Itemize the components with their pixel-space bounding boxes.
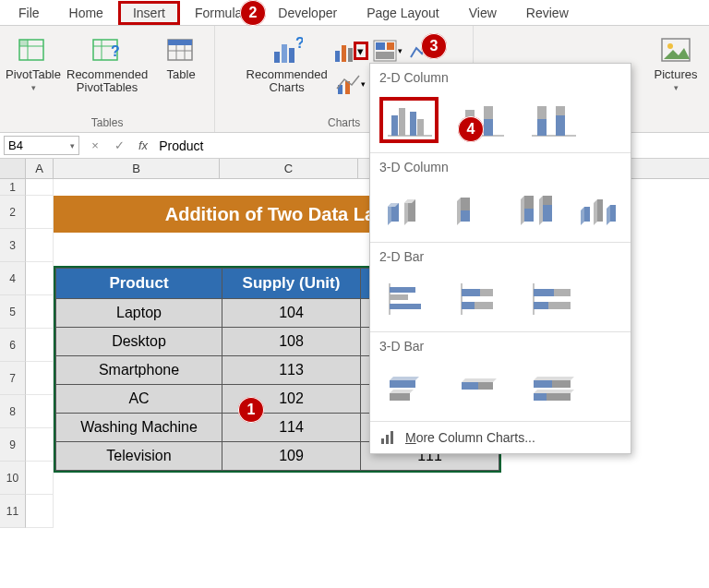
svg-rect-76 [475,302,493,309]
table-button[interactable]: Table [153,35,209,81]
col-header-a[interactable]: A [26,159,54,178]
clustered-3d-column-option[interactable] [379,186,432,233]
chevron-down-icon: ▾ [70,141,75,150]
svg-marker-92 [534,390,574,393]
tab-home[interactable]: Home [54,1,118,25]
svg-rect-3 [19,40,28,46]
table-icon [165,35,197,66]
svg-rect-73 [462,289,480,296]
more-column-charts-option[interactable]: More Column Charts... [370,422,631,453]
svg-rect-33 [391,115,398,136]
svg-rect-23 [376,52,394,59]
select-all-button[interactable] [0,159,26,178]
recommended-charts-button[interactable]: ? Recommended Charts [246,35,328,94]
section-3d-bar: 3-D Bar [370,332,631,360]
row-header[interactable]: 11 [0,495,26,528]
tab-view[interactable]: View [454,1,511,25]
clustered-3d-bar-option[interactable] [379,366,439,412]
column-chart-button[interactable]: ▾ [333,35,368,66]
recommended-pivottables-button[interactable]: ? Recommended PivotTables [66,35,148,94]
svg-rect-19 [348,48,353,62]
row-header[interactable]: 3 [0,229,26,262]
row-header[interactable]: 7 [0,362,26,395]
tab-page-layout[interactable]: Page Layout [352,1,454,25]
name-box-value: B4 [8,138,23,152]
tab-insert[interactable]: Insert [118,1,180,25]
svg-rect-81 [534,302,548,309]
ribbon-tabs: File Home Insert Formulas Developer Page… [0,0,709,26]
svg-marker-83 [390,380,415,388]
header-product: Product [56,269,222,299]
col-header-b[interactable]: B [54,159,220,178]
chevron-down-icon: ▾ [674,83,679,92]
svg-marker-91 [552,380,571,388]
3d-column-option[interactable] [575,186,621,233]
tab-file[interactable]: File [4,1,54,25]
pivottable-button[interactable]: PivotTable ▾ [6,35,61,92]
svg-marker-85 [390,393,410,401]
pivot-icon [18,35,49,66]
stacked100-column-option[interactable] [523,97,583,143]
hierarchy-chart-button[interactable]: ▾ [370,35,405,66]
row-header[interactable]: 8 [0,395,26,428]
tab-review[interactable]: Review [511,1,583,25]
svg-marker-50 [404,199,408,225]
rec-charts-icon: ? [271,35,303,66]
svg-marker-55 [461,210,470,222]
column-chart-dropdown-highlighted[interactable]: ▾ [354,42,368,60]
row-header[interactable]: 9 [0,428,26,462]
picture-icon [660,35,691,66]
svg-rect-15 [289,48,294,63]
tab-developer[interactable]: Developer [263,1,352,25]
pivottable-label: PivotTable [6,68,61,81]
svg-marker-89 [534,377,574,380]
clustered-column-option[interactable] [379,97,439,143]
pictures-button[interactable]: Pictures ▾ [648,35,703,92]
col-header-c[interactable]: C [220,159,358,178]
svg-marker-67 [610,205,616,222]
group-tables: PivotTable ▾ ? Recommended PivotTables T… [0,26,215,132]
combo-chart-button[interactable]: ▾ [333,68,368,100]
row-header[interactable]: 1 [0,179,26,196]
tables-group-label: Tables [91,115,124,130]
svg-marker-93 [534,393,547,401]
fx-icon[interactable]: fx [131,138,155,152]
enter-formula-button[interactable]: ✓ [107,138,131,152]
stacked100-3d-bar-option[interactable] [523,366,583,412]
stacked-3d-column-option[interactable] [445,186,498,233]
svg-rect-70 [390,294,408,300]
rec-charts-label: Recommended Charts [246,68,328,94]
stacked100-3d-column-option[interactable] [510,186,562,233]
svg-marker-61 [543,205,552,222]
chart-icon [379,429,396,446]
svg-rect-74 [480,289,493,296]
row-header[interactable]: 6 [0,329,26,362]
pictures-label: Pictures [655,68,698,81]
svg-rect-41 [484,119,493,136]
svg-rect-69 [390,287,415,293]
svg-marker-90 [534,380,552,388]
svg-rect-46 [556,115,565,136]
stacked-3d-bar-option[interactable] [451,366,511,412]
svg-rect-18 [342,45,346,62]
name-box[interactable]: B4 ▾ [4,136,79,155]
callout-4: 4 [458,116,484,142]
svg-marker-53 [457,198,461,225]
svg-rect-9 [168,40,192,45]
row-header[interactable]: 5 [0,295,26,329]
row-header[interactable]: 4 [0,262,26,295]
callout-2: 2 [240,0,266,26]
cancel-formula-button[interactable]: × [83,138,107,152]
charts-group-label: Charts [328,115,360,130]
row-header[interactable]: 2 [0,196,26,229]
stacked-bar-option[interactable] [451,276,511,322]
svg-rect-36 [417,119,424,136]
section-2d-bar: 2-D Bar [370,243,631,270]
chevron-down-icon: ▾ [31,83,36,92]
stacked100-bar-option[interactable] [523,276,583,322]
row-header[interactable]: 10 [0,462,26,495]
rec-pivot-label: Recommended PivotTables [66,68,148,94]
clustered-bar-option[interactable] [379,276,439,322]
svg-marker-84 [390,390,414,393]
svg-marker-63 [584,207,590,222]
